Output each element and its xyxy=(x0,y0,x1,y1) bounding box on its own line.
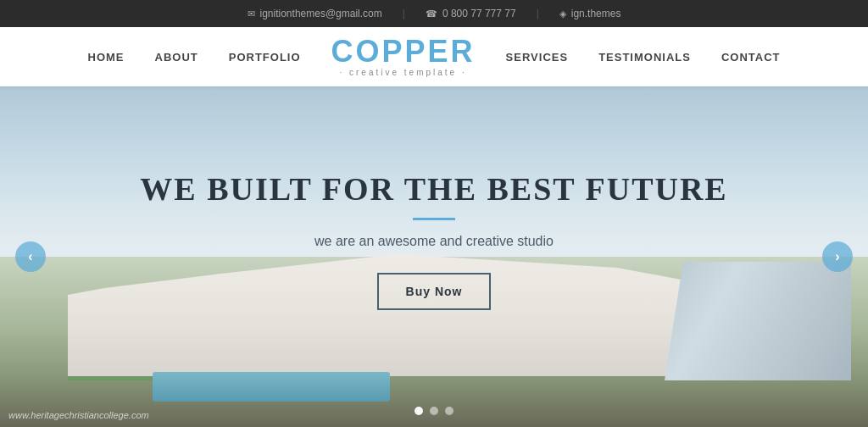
social-icon: ◈ xyxy=(559,8,566,19)
buy-now-button[interactable]: Buy Now xyxy=(377,273,492,310)
hero-subtitle: we are an awesome and creative studio xyxy=(314,234,554,249)
top-bar: ✉ ignitionthemes@gmail.com | ☎ 0 800 77 … xyxy=(0,0,868,27)
nav-testimonials[interactable]: TESTIMONIALS xyxy=(598,51,691,64)
logo-text: COPPER xyxy=(331,36,476,67)
logo-subtitle: · creative template · xyxy=(339,69,466,77)
hero-title: WE BUILT FOR THE BEST FUTURE xyxy=(140,170,727,208)
nav-home[interactable]: HOME xyxy=(88,51,125,64)
email-text: ignitionthemes@gmail.com xyxy=(260,8,382,19)
email-icon: ✉ xyxy=(248,8,255,19)
nav-about[interactable]: ABOUT xyxy=(155,51,198,64)
social-info: ◈ ign.themes xyxy=(559,8,621,19)
carousel-dot-1[interactable] xyxy=(415,407,423,415)
carousel-dot-2[interactable] xyxy=(430,407,438,415)
hero-section: www.heritagechristiancollege.com WE BUIL… xyxy=(0,86,868,427)
nav-contact[interactable]: CONTACT xyxy=(721,51,781,64)
carousel-dot-3[interactable] xyxy=(445,407,453,415)
separator-2: | xyxy=(537,8,539,19)
phone-text: 0 800 77 777 77 xyxy=(442,8,516,19)
hero-divider xyxy=(413,218,455,220)
phone-info: ☎ 0 800 77 777 77 xyxy=(426,8,516,19)
separator-1: | xyxy=(403,8,405,19)
social-text: ign.themes xyxy=(571,8,621,19)
carousel-dots xyxy=(415,407,453,415)
nav-services[interactable]: SERVICES xyxy=(506,51,569,64)
navbar: HOME ABOUT PORTFOLIO COPPER · creative t… xyxy=(0,27,868,86)
carousel-prev-arrow[interactable]: ‹ xyxy=(15,241,46,272)
nav-portfolio[interactable]: PORTFOLIO xyxy=(229,51,301,64)
hero-content: WE BUILT FOR THE BEST FUTURE we are an a… xyxy=(0,86,868,427)
logo[interactable]: COPPER · creative template · xyxy=(331,36,476,77)
email-info: ✉ ignitionthemes@gmail.com xyxy=(248,8,382,19)
carousel-next-arrow[interactable]: › xyxy=(822,241,853,272)
phone-icon: ☎ xyxy=(426,8,437,19)
